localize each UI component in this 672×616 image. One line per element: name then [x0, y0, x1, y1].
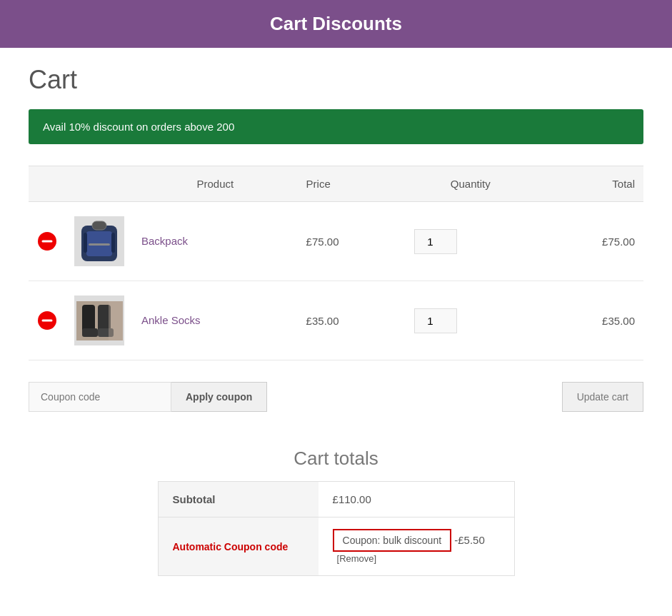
subtotal-row: Subtotal £110.00: [158, 482, 514, 517]
product-name-cell: Backpack: [133, 202, 298, 281]
svg-rect-6: [84, 233, 87, 253]
remove-socks-button[interactable]: [37, 310, 57, 330]
socks-image: [74, 296, 124, 345]
backpack-price: £75.00: [298, 202, 406, 281]
backpack-qty-cell: [406, 202, 536, 281]
coupon-badge: Coupon: bulk discount: [333, 529, 452, 552]
apply-coupon-button[interactable]: Apply coupon: [171, 382, 267, 412]
remove-icon: [37, 231, 57, 251]
svg-rect-4: [92, 221, 106, 230]
update-cart-button[interactable]: Update cart: [562, 382, 643, 412]
coupon-section: Apply coupon: [29, 382, 267, 412]
remove-cell: [29, 202, 66, 281]
coupon-discount-value: -£5.50: [454, 534, 485, 546]
header-title: Cart Discounts: [0, 13, 672, 35]
svg-rect-15: [109, 301, 123, 340]
page-content: Cart Avail 10% discount on orders above …: [0, 48, 672, 593]
backpack-total: £75.00: [536, 202, 643, 281]
svg-rect-7: [111, 233, 115, 253]
coupon-code-input[interactable]: [29, 382, 171, 412]
socks-quantity-input[interactable]: [414, 308, 457, 333]
backpack-link[interactable]: Backpack: [141, 235, 188, 247]
image-cell: [66, 202, 133, 281]
coupon-value-cell: Coupon: bulk discount -£5.50 [Remove]: [319, 517, 514, 576]
table-row: Ankle Socks £35.00 £35.00: [29, 281, 643, 360]
subtotal-label: Subtotal: [158, 482, 319, 517]
totals-table: Subtotal £110.00 Automatic Coupon code C…: [158, 481, 515, 576]
col-price-header: Price: [298, 166, 406, 202]
remove-backpack-button[interactable]: [37, 231, 57, 251]
col-remove: [29, 166, 66, 202]
page-title: Cart: [29, 65, 643, 95]
col-quantity-header: Quantity: [406, 166, 536, 202]
coupon-label: Automatic Coupon code: [173, 541, 289, 552]
backpack-quantity-input[interactable]: [414, 229, 457, 254]
socks-price: £35.00: [298, 281, 406, 360]
page-header: Cart Discounts: [0, 0, 672, 48]
socks-total: £35.00: [536, 281, 643, 360]
backpack-image: [74, 216, 124, 266]
remove-icon: [37, 310, 57, 330]
svg-rect-12: [82, 328, 98, 337]
col-total-header: Total: [536, 166, 643, 202]
svg-rect-5: [89, 243, 110, 246]
col-image: [66, 166, 133, 202]
col-product-header: Product: [133, 166, 298, 202]
discount-banner: Avail 10% discount on orders above 200: [29, 109, 643, 144]
coupon-row: Automatic Coupon code Coupon: bulk disco…: [158, 517, 514, 576]
cart-table-header: Product Price Quantity Total: [29, 166, 643, 202]
coupon-remove[interactable]: [Remove]: [337, 553, 377, 564]
remove-cell: [29, 281, 66, 360]
socks-link[interactable]: Ankle Socks: [141, 314, 201, 326]
cart-totals-section: Cart totals Subtotal £110.00 Automatic C…: [158, 448, 515, 576]
coupon-row-label-cell: Automatic Coupon code: [158, 517, 319, 576]
image-cell: [66, 281, 133, 360]
socks-qty-cell: [406, 281, 536, 360]
cart-totals-title: Cart totals: [158, 448, 515, 470]
subtotal-value: £110.00: [319, 482, 514, 517]
table-row: Backpack £75.00 £75.00: [29, 202, 643, 281]
discount-banner-text: Avail 10% discount on orders above 200: [43, 121, 234, 133]
product-name-cell: Ankle Socks: [133, 281, 298, 360]
cart-actions: Apply coupon Update cart: [29, 375, 643, 419]
cart-table: Product Price Quantity Total: [29, 166, 643, 360]
